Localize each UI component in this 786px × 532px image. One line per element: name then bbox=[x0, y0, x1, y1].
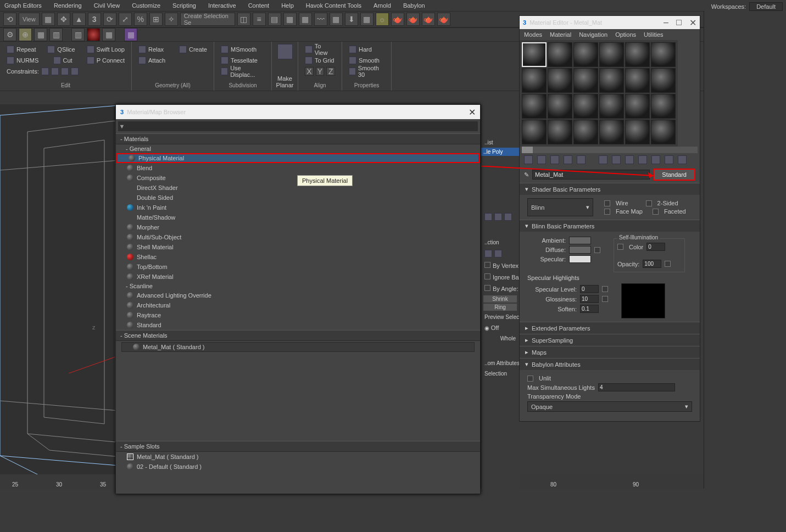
tool-spray[interactable]: ✧ bbox=[165, 13, 178, 26]
repeat-button[interactable]: RepeatQSliceSwift Loop bbox=[4, 44, 127, 55]
tool-1[interactable]: ▦ bbox=[42, 13, 55, 26]
sample-slot-1[interactable] bbox=[522, 42, 547, 67]
sample-slot[interactable] bbox=[651, 68, 676, 93]
tool-scale[interactable]: ⤢ bbox=[119, 13, 132, 26]
me-navigation[interactable]: Navigation bbox=[579, 31, 607, 38]
diffuse-swatch[interactable] bbox=[569, 246, 591, 254]
togrid-button[interactable]: To Grid bbox=[303, 55, 337, 66]
off-radio[interactable]: ◉ Off bbox=[481, 322, 519, 333]
make-planar-button[interactable]: MakePlanar bbox=[272, 42, 298, 91]
opacity-map-slot[interactable] bbox=[665, 261, 671, 267]
double-sided-item[interactable]: Double Sided bbox=[116, 193, 480, 203]
raytrace-item[interactable]: Raytrace bbox=[116, 310, 480, 320]
app-icon[interactable]: ⟲ bbox=[3, 13, 16, 26]
faceted-check[interactable] bbox=[653, 209, 659, 215]
pick-name-icon[interactable]: ✎ bbox=[524, 171, 529, 178]
sample-slot[interactable] bbox=[573, 94, 598, 119]
tool-b4[interactable]: ⬇ bbox=[345, 13, 358, 26]
tool-teapot3[interactable]: 🫖 bbox=[422, 13, 435, 26]
sample-slot[interactable] bbox=[599, 68, 624, 93]
st-2[interactable]: ⊕ bbox=[19, 28, 32, 41]
me-delete-icon[interactable] bbox=[577, 155, 586, 164]
menu-customize[interactable]: Customize bbox=[132, 2, 160, 9]
tool-3[interactable]: 3 bbox=[88, 13, 101, 26]
sample-slot[interactable] bbox=[625, 120, 650, 144]
tool-teapot4[interactable]: 🫖 bbox=[437, 13, 450, 26]
sample-slot[interactable] bbox=[651, 120, 676, 144]
twosided-check[interactable] bbox=[646, 200, 652, 206]
selfillum-spinner[interactable]: 0 bbox=[646, 243, 665, 251]
me-close-button[interactable]: ✕ bbox=[689, 18, 696, 28]
me-save-icon[interactable] bbox=[625, 155, 634, 164]
materials-section[interactable]: - Materials bbox=[116, 133, 480, 144]
menu-scripting[interactable]: Scripting bbox=[172, 2, 196, 9]
editable-poly-item[interactable]: ..le Poly bbox=[481, 148, 519, 156]
tessellate-button[interactable]: Tessellate bbox=[219, 55, 267, 66]
me-options[interactable]: Options bbox=[615, 31, 636, 38]
mmb-search-input[interactable] bbox=[126, 123, 478, 130]
standard-item[interactable]: Standard bbox=[116, 320, 480, 330]
supersampling-rollout[interactable]: ▸SuperSampling bbox=[520, 334, 700, 346]
sample-slot[interactable] bbox=[573, 68, 598, 93]
sample-slot[interactable] bbox=[548, 94, 572, 119]
st-4[interactable]: ▥ bbox=[49, 28, 63, 41]
sample-slot[interactable] bbox=[599, 94, 624, 119]
tool-b3[interactable]: ▦ bbox=[330, 13, 343, 26]
sample-slot[interactable] bbox=[625, 94, 650, 119]
menu-arnold[interactable]: Arnold bbox=[374, 2, 391, 9]
soften-spinner[interactable]: 0.1 bbox=[580, 305, 599, 313]
mmb-options-dropdown[interactable]: ▼ bbox=[118, 123, 126, 130]
babylon-header[interactable]: ▾Babylon Attributes bbox=[520, 359, 700, 370]
material-name-input[interactable] bbox=[532, 170, 650, 180]
tool-b5[interactable]: ▦ bbox=[360, 13, 374, 26]
speclevel-map-slot[interactable] bbox=[602, 286, 608, 292]
smooth30-button[interactable]: Smooth 30 bbox=[347, 66, 387, 77]
ink-n-paint-item[interactable]: Ink 'n Paint bbox=[116, 203, 480, 212]
menu-havok[interactable]: Havok Content Tools bbox=[306, 2, 361, 9]
tool-select[interactable]: ▲ bbox=[73, 13, 86, 26]
sample-slot[interactable] bbox=[651, 94, 676, 119]
sample-slot[interactable] bbox=[522, 68, 547, 93]
sample-slot[interactable] bbox=[522, 94, 547, 119]
menu-help[interactable]: Help bbox=[281, 2, 294, 9]
me-material[interactable]: Material bbox=[550, 31, 571, 38]
architectural-item[interactable]: Architectural bbox=[116, 300, 480, 310]
tool-layers[interactable]: ▤ bbox=[268, 13, 281, 26]
shader-basic-header[interactable]: ▾Shader Basic Parameters bbox=[520, 183, 700, 195]
extended-params-rollout[interactable]: ▸Extended Parameters bbox=[520, 322, 700, 334]
sample-default-item[interactable]: 02 - Default ( Standard ) bbox=[116, 462, 480, 472]
maps-rollout[interactable]: ▸Maps bbox=[520, 346, 700, 358]
sample-slot[interactable] bbox=[651, 42, 676, 67]
selection-set-dropdown[interactable]: Create Selection Se bbox=[180, 13, 235, 26]
smooth-button[interactable]: Smooth bbox=[347, 55, 387, 66]
diffuse-map-slot[interactable] bbox=[594, 247, 600, 253]
top-bottom-item[interactable]: Top/Bottom bbox=[116, 262, 480, 272]
me-get-material-icon[interactable] bbox=[524, 155, 533, 164]
stack-buttons[interactable] bbox=[481, 211, 519, 223]
tool-align[interactable]: ≡ bbox=[253, 13, 266, 26]
sample-slots-section[interactable]: - Sample Slots bbox=[116, 441, 480, 452]
st-7[interactable]: ▦ bbox=[124, 28, 137, 41]
tool-rotate[interactable]: ⟳ bbox=[103, 13, 116, 26]
tool-snap[interactable]: ⊞ bbox=[149, 13, 163, 26]
shell-material-item[interactable]: Shell Material bbox=[116, 242, 480, 252]
st-1[interactable]: ⚙ bbox=[3, 28, 16, 41]
tool-teapot2[interactable]: 🫖 bbox=[406, 13, 420, 26]
tool-percent[interactable]: % bbox=[134, 13, 147, 26]
multi-sub-item[interactable]: Multi/Sub-Object bbox=[116, 232, 480, 242]
me-show-end-icon[interactable] bbox=[612, 155, 621, 164]
me-minimize-button[interactable]: – bbox=[664, 18, 668, 27]
mmb-titlebar[interactable]: 3 Material/Map Browser ✕ bbox=[116, 105, 480, 119]
matte-shadow-item[interactable]: Matte/Shadow bbox=[116, 212, 480, 222]
gloss-map-slot[interactable] bbox=[602, 296, 608, 302]
tool-curve[interactable]: 〰 bbox=[314, 13, 327, 26]
tool-b1[interactable]: ▦ bbox=[283, 13, 297, 26]
modifier-list[interactable]: ..ist bbox=[481, 137, 519, 148]
opacity-spinner[interactable]: 100 bbox=[643, 260, 661, 268]
subobj-icons[interactable] bbox=[481, 248, 519, 260]
me-modes[interactable]: Modes bbox=[524, 31, 542, 38]
xref-material-item[interactable]: XRef Material bbox=[116, 272, 480, 282]
unlit-check[interactable] bbox=[527, 376, 533, 382]
speclevel-spinner[interactable]: 0 bbox=[580, 285, 599, 293]
tool-teapot1[interactable]: 🫖 bbox=[391, 13, 404, 26]
